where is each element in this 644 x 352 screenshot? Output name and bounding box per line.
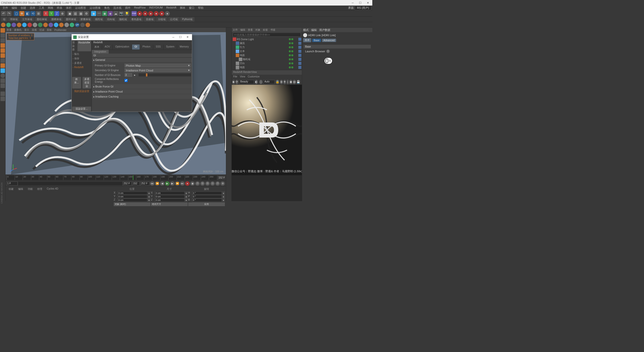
next-key-button[interactable]: ⏩ xyxy=(175,181,180,186)
conserve-checkbox[interactable] xyxy=(125,79,128,82)
my-render-settings[interactable]: 我的渲染设置 xyxy=(72,89,92,94)
frame-to-input[interactable] xyxy=(123,182,132,186)
next-frame-button[interactable]: ▶ xyxy=(170,181,175,186)
irradiance-cloud-group[interactable]: ▸ Irradiance Point Cloud xyxy=(92,89,192,94)
viewport-menu-item[interactable]: 选项 xyxy=(32,28,37,32)
snap-settings[interactable] xyxy=(1,78,5,83)
dialog-close[interactable]: ✕ xyxy=(184,35,190,39)
rv-circle-icon[interactable]: ○ xyxy=(287,80,289,84)
object-row[interactable]: 漏流 xyxy=(232,41,302,45)
coord-system[interactable]: ⊕ xyxy=(60,11,65,16)
edge-mode[interactable] xyxy=(1,48,5,53)
render-dot[interactable] xyxy=(291,62,293,64)
field-tab[interactable]: 音效域 xyxy=(144,17,155,22)
object-tag[interactable] xyxy=(298,62,301,65)
render-settings-button[interactable]: ⚙ xyxy=(84,11,89,16)
snap-3d[interactable] xyxy=(1,97,5,101)
general-group[interactable]: ▸ General xyxy=(92,58,192,62)
play-button[interactable]: ▶ xyxy=(165,181,170,186)
visibility-dot[interactable] xyxy=(289,54,291,56)
goto-end-button[interactable]: ⏭ xyxy=(180,181,185,186)
field-tab[interactable]: 线性域 xyxy=(93,17,105,22)
obj-menu-item[interactable]: 对象 xyxy=(255,28,260,32)
menu-item[interactable]: 编辑 xyxy=(10,6,19,10)
menu-item[interactable]: 帮助 xyxy=(196,6,205,10)
menu-item[interactable]: 角色 xyxy=(103,6,111,10)
redo-button[interactable]: ↷ xyxy=(7,11,12,16)
visibility-dot[interactable] xyxy=(289,46,291,48)
key-p[interactable]: Ⓟ xyxy=(195,181,200,186)
render-dot[interactable] xyxy=(291,46,293,48)
field-icon[interactable] xyxy=(43,23,48,27)
uv-mode[interactable] xyxy=(1,58,5,63)
render-pv[interactable]: ▦ xyxy=(78,11,83,16)
visibility-dot[interactable] xyxy=(289,62,291,64)
material-tab[interactable]: 功能 xyxy=(26,187,35,191)
effects-button[interactable]: 效果... xyxy=(72,77,81,89)
obj-menu-item[interactable]: 查看 xyxy=(248,28,253,32)
field-icon[interactable] xyxy=(27,23,32,27)
visibility-dot[interactable] xyxy=(289,66,291,68)
viewport-menu-item[interactable]: 查看 xyxy=(7,28,12,32)
rv-aov-select[interactable]: Beauty xyxy=(239,80,254,84)
menu-item[interactable]: 体积 xyxy=(64,6,73,10)
viewport-menu-item[interactable]: 过滤 xyxy=(39,28,44,32)
menu-item[interactable]: RealFlow xyxy=(133,6,147,10)
rec-button-3[interactable]: ● xyxy=(148,11,153,16)
irradiance-cache-group[interactable]: ▸ Irradiance Caching xyxy=(92,94,192,99)
env-tool[interactable]: ☁ xyxy=(113,11,118,16)
material-tab[interactable]: Cycles 4D xyxy=(45,187,60,191)
field-icon[interactable] xyxy=(38,23,43,27)
rv-menu-item[interactable]: Customize xyxy=(248,75,260,79)
rv-bucket-select[interactable]: Auto xyxy=(263,80,275,84)
multipass-button[interactable]: 多通道渲染 xyxy=(83,77,91,89)
light-tool[interactable]: 💡 xyxy=(124,11,129,16)
coord-rot-input[interactable] xyxy=(192,198,222,202)
object-tag[interactable] xyxy=(298,50,301,53)
visibility-dot[interactable] xyxy=(289,42,291,44)
menu-item[interactable]: 流水线 xyxy=(112,6,123,10)
record-button[interactable]: ● xyxy=(185,181,190,186)
redshift-tab[interactable]: Optimization xyxy=(113,45,132,50)
field-tab[interactable]: 公式域 xyxy=(168,17,180,22)
frame-to2-input[interactable] xyxy=(140,182,149,186)
field-icon[interactable] xyxy=(70,23,74,27)
object-row[interactable]: 地面 xyxy=(232,53,302,57)
coord-pos-input[interactable] xyxy=(118,198,147,202)
visibility-dot[interactable] xyxy=(289,38,291,40)
coord-size-input[interactable] xyxy=(155,191,185,195)
menu-item[interactable]: INSYDIUM xyxy=(148,6,164,10)
field-icon[interactable] xyxy=(22,23,27,27)
prev-frame-button[interactable]: ◀ xyxy=(160,181,165,186)
attr-menu-item[interactable]: 模式 xyxy=(303,28,309,32)
dialog-sidebar-item[interactable]: - 多通道 xyxy=(72,61,92,65)
viewport-menu-item[interactable]: 摄像机 xyxy=(14,28,22,32)
tool-b[interactable] xyxy=(1,68,5,73)
snap-toggle[interactable] xyxy=(1,73,5,78)
timeline[interactable]: 0102030405060708090100110120130140150160… xyxy=(6,174,226,181)
psr-button[interactable]: PSR xyxy=(132,11,137,16)
texture-mode[interactable] xyxy=(1,33,5,38)
dialog-sidebar-item[interactable]: - Redshift xyxy=(72,65,92,69)
rv-grid-icon[interactable]: ⊞ xyxy=(280,80,283,84)
field-icon[interactable] xyxy=(64,23,69,27)
attr-tab-advanced[interactable]: Advanced xyxy=(322,39,336,42)
undo-button[interactable]: ↶ xyxy=(1,11,6,16)
menu-item[interactable]: Redshift xyxy=(165,6,178,10)
object-tag[interactable] xyxy=(298,58,301,61)
axis-mode[interactable] xyxy=(1,38,5,43)
ime-badge[interactable]: 英 xyxy=(325,58,332,64)
gi-bounces-input[interactable] xyxy=(125,73,132,77)
renderview-canvas[interactable]: 微信公众号：野鹿志 微博：野鹿& 作者：马鹿野郎 (1.59x) xyxy=(232,85,302,201)
last-tool[interactable]: ⊞ xyxy=(36,11,41,16)
timeline-playhead[interactable] xyxy=(133,175,133,180)
redshift-tab[interactable]: Photon xyxy=(140,45,153,50)
prev-key-button[interactable]: ⏪ xyxy=(155,181,159,186)
poly-mode[interactable] xyxy=(1,53,5,58)
object-tag[interactable] xyxy=(298,46,301,49)
redshift-tab[interactable]: SSS xyxy=(153,45,164,50)
coord-rot-input[interactable] xyxy=(192,195,222,198)
obj-menu-item[interactable]: 编辑 xyxy=(240,28,245,32)
field-icon[interactable] xyxy=(6,23,11,27)
field-tab[interactable]: 分组域 xyxy=(156,17,168,22)
